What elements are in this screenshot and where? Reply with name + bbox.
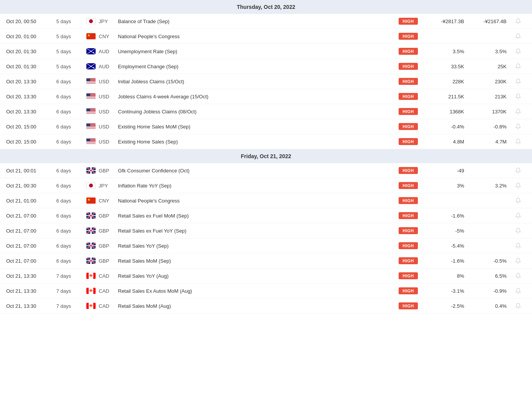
flag-gb xyxy=(86,258,96,264)
row-forecast: -0.8% xyxy=(468,124,510,130)
row-datetime: Oct 21, 13:30 xyxy=(6,303,56,309)
high-badge: HIGH xyxy=(399,167,418,174)
row-forecast: 3.5% xyxy=(468,49,510,54)
row-bell[interactable] xyxy=(510,288,526,294)
row-bell[interactable] xyxy=(510,213,526,219)
row-forecast: -0.9% xyxy=(468,288,510,294)
row-bell[interactable] xyxy=(510,78,526,84)
flag-gb xyxy=(86,243,96,249)
row-bell[interactable] xyxy=(510,63,526,69)
row-bell[interactable] xyxy=(510,243,526,249)
row-bell[interactable] xyxy=(510,123,526,130)
row-actual: 1368K xyxy=(426,109,468,115)
row-bell[interactable] xyxy=(510,182,526,189)
row-event: Jobless Claims 4-week Average (15/Oct) xyxy=(118,94,391,100)
row-forecast: 1370K xyxy=(468,109,510,115)
row-impact: HIGH xyxy=(391,182,426,189)
table-row: Oct 20, 13:30 6 days USD Jobless Claims … xyxy=(0,89,532,104)
row-forecast: 0.4% xyxy=(468,303,510,309)
high-badge: HIGH xyxy=(399,287,418,294)
high-badge: HIGH xyxy=(399,272,418,279)
row-datetime: Oct 21, 00:01 xyxy=(6,168,56,174)
row-flag xyxy=(83,197,99,204)
row-bell[interactable] xyxy=(510,258,526,264)
row-bell[interactable] xyxy=(510,303,526,309)
row-datetime: Oct 21, 13:30 xyxy=(6,273,56,279)
flag-us xyxy=(86,93,96,100)
row-bell[interactable] xyxy=(510,167,526,174)
row-impact: HIGH xyxy=(391,33,426,40)
high-badge: HIGH xyxy=(399,302,418,309)
row-event: Retail Sales YoY (Aug) xyxy=(118,273,391,279)
row-currency: AUD xyxy=(99,49,118,54)
row-event: Initial Jobless Claims (15/Oct) xyxy=(118,79,391,84)
row-datetime: Oct 20, 01:30 xyxy=(6,49,56,54)
row-datetime: Oct 20, 01:30 xyxy=(6,64,56,69)
row-currency: JPY xyxy=(99,183,118,189)
row-actual: 33.5K xyxy=(426,64,468,69)
row-datetime: Oct 20, 15:00 xyxy=(6,124,56,130)
row-datetime: Oct 20, 13:30 xyxy=(6,94,56,100)
row-impact: HIGH xyxy=(391,287,426,294)
row-impact: HIGH xyxy=(391,138,426,145)
row-flag xyxy=(83,78,99,84)
row-impact: HIGH xyxy=(391,197,426,204)
high-badge: HIGH xyxy=(399,182,418,189)
row-days: 7 days xyxy=(56,303,83,309)
high-badge: HIGH xyxy=(399,197,418,204)
row-days: 5 days xyxy=(56,19,83,24)
row-bell[interactable] xyxy=(510,33,526,39)
row-bell[interactable] xyxy=(510,108,526,115)
row-bell[interactable] xyxy=(510,197,526,204)
flag-us xyxy=(86,108,96,115)
row-event: Unemployment Rate (Sep) xyxy=(118,49,391,54)
high-badge: HIGH xyxy=(399,212,418,219)
row-bell[interactable] xyxy=(510,18,526,24)
high-badge: HIGH xyxy=(399,48,418,55)
row-event: Retail Sales ex Fuel MoM (Sep) xyxy=(118,213,391,219)
row-forecast: 6.5% xyxy=(468,273,510,279)
row-actual: 8% xyxy=(426,273,468,279)
row-forecast: 3.2% xyxy=(468,183,510,189)
row-event: Retail Sales Ex Autos MoM (Aug) xyxy=(118,288,391,294)
row-bell[interactable] xyxy=(510,48,526,54)
row-impact: HIGH xyxy=(391,48,426,55)
row-datetime: Oct 21, 07:00 xyxy=(6,258,56,264)
row-currency: GBP xyxy=(99,243,118,249)
row-days: 6 days xyxy=(56,124,83,130)
flag-gb xyxy=(86,167,96,174)
row-actual: -1.6% xyxy=(426,213,468,219)
row-bell[interactable] xyxy=(510,273,526,279)
high-badge: HIGH xyxy=(399,63,418,70)
table-row: Oct 20, 15:00 6 days USD Existing Home S… xyxy=(0,134,532,149)
row-days: 6 days xyxy=(56,198,83,204)
row-impact: HIGH xyxy=(391,78,426,85)
flag-jp xyxy=(86,18,96,24)
table-row: Oct 21, 13:30 7 days CAD Retail Sales Yo… xyxy=(0,268,532,284)
row-forecast: 213K xyxy=(468,94,510,100)
row-flag xyxy=(83,108,99,115)
row-datetime: Oct 20, 00:50 xyxy=(6,19,56,24)
row-days: 5 days xyxy=(56,49,83,54)
row-days: 6 days xyxy=(56,109,83,115)
row-flag xyxy=(83,258,99,264)
row-impact: HIGH xyxy=(391,302,426,309)
table-row: Oct 21, 13:30 7 days CAD Retail Sales Ex… xyxy=(0,284,532,299)
row-flag xyxy=(83,243,99,249)
row-event: National People's Congress xyxy=(118,198,391,204)
row-days: 6 days xyxy=(56,168,83,174)
high-badge: HIGH xyxy=(399,108,418,115)
table-row: Oct 20, 13:30 6 days USD Initial Jobless… xyxy=(0,74,532,89)
row-bell[interactable] xyxy=(510,138,526,145)
row-datetime: Oct 21, 00:30 xyxy=(6,183,56,189)
high-badge: HIGH xyxy=(399,123,418,130)
row-bell[interactable] xyxy=(510,228,526,234)
high-badge: HIGH xyxy=(399,93,418,100)
section-header-1: Friday, Oct 21, 2022 xyxy=(0,149,532,163)
row-flag xyxy=(83,167,99,174)
row-days: 6 days xyxy=(56,79,83,84)
row-bell[interactable] xyxy=(510,93,526,100)
row-actual: 4.8M xyxy=(426,139,468,145)
row-datetime: Oct 21, 13:30 xyxy=(6,288,56,294)
high-badge: HIGH xyxy=(399,18,418,25)
